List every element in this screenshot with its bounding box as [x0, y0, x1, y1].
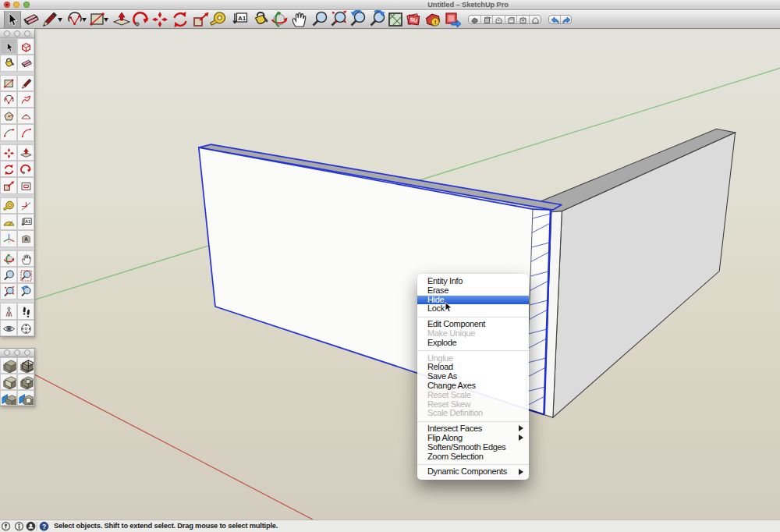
- svg-text:A1: A1: [238, 15, 246, 22]
- svg-text:?: ?: [42, 523, 46, 530]
- svg-text:SU: SU: [410, 16, 418, 23]
- svg-text:!: !: [434, 19, 437, 26]
- svg-text:A: A: [24, 237, 28, 243]
- svg-text:A1: A1: [25, 219, 30, 224]
